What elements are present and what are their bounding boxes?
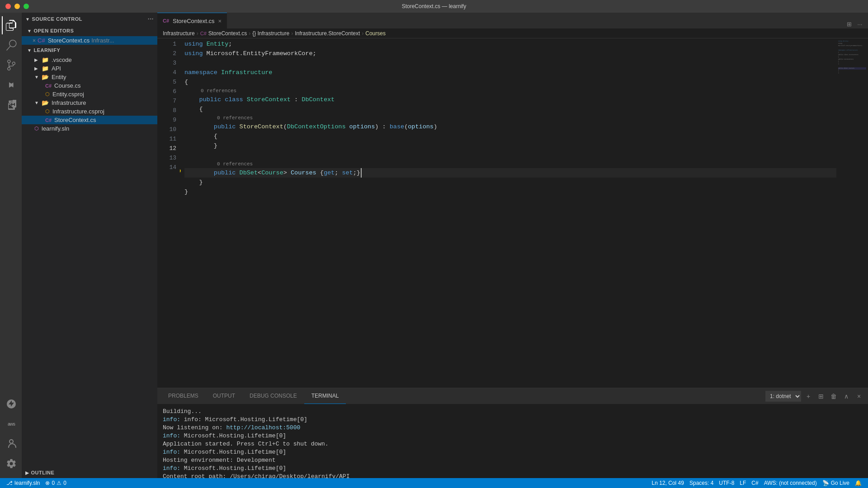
- warning-count: 0: [63, 480, 66, 486]
- breadcrumb-infrastructure[interactable]: Infrastructure: [163, 30, 195, 37]
- entity-label: Entity: [52, 74, 66, 80]
- terminal-content[interactable]: Building... info: info: Microsoft.Hostin…: [157, 404, 868, 478]
- remote-label: AWS: (not connected): [764, 480, 817, 486]
- window-controls[interactable]: [5, 4, 29, 9]
- remote-icon[interactable]: [2, 395, 20, 413]
- storecontext-cs-label: StoreContext.cs: [54, 117, 96, 123]
- tab-storecontext[interactable]: C# StoreContext.cs ×: [157, 13, 227, 28]
- entity-folder-icon: 📂: [42, 74, 49, 80]
- learnify-sln-item[interactable]: ⬡ learnify.sln: [22, 124, 157, 133]
- learnify-arrow: ▼: [27, 48, 32, 53]
- file-close-icon[interactable]: ×: [33, 38, 36, 44]
- outline-header[interactable]: ▶ OUTLINE: [22, 467, 157, 478]
- open-editors-arrow: ▼: [27, 28, 32, 33]
- sidebar: ▼ SOURCE CONTROL ··· ▼ OPEN EDITORS × C#…: [22, 13, 157, 478]
- open-file-item[interactable]: × C# StoreContext.cs Infrastr...: [22, 36, 157, 45]
- code-line-4: namespace Infrastructure: [184, 68, 836, 77]
- cursor-position: Ln 12, Col 49: [652, 480, 684, 486]
- source-control-icon[interactable]: [2, 56, 20, 74]
- code-refs-8: 0 references: [184, 114, 836, 122]
- minimize-button[interactable]: [14, 4, 20, 9]
- encoding-status[interactable]: UTF-8: [716, 480, 737, 486]
- golive-icon: 📡: [822, 480, 829, 486]
- learnify-label: LEARNIFY: [33, 47, 60, 53]
- outline-label: OUTLINE: [31, 470, 55, 475]
- entity-csproj-item[interactable]: ⬡ Entity.csproj: [22, 90, 157, 99]
- vscode-folder-item[interactable]: ▶ 📁 .vscode: [22, 56, 157, 64]
- lightbulb-icon[interactable]: 💡: [180, 168, 182, 178]
- close-panel-button[interactable]: ×: [854, 391, 864, 402]
- line-num-7: 7: [157, 96, 176, 106]
- spaces-status[interactable]: Spaces: 4: [687, 480, 716, 486]
- entity-arrow: ▼: [34, 75, 42, 80]
- open-editors-header[interactable]: ▼ OPEN EDITORS: [22, 25, 157, 36]
- golive-label: Go Live: [831, 480, 849, 486]
- code-line-3: [184, 58, 836, 68]
- code-line-5: {: [184, 77, 836, 87]
- line-ending-status[interactable]: LF: [737, 480, 749, 486]
- golive-status[interactable]: 📡 Go Live: [820, 480, 852, 486]
- code-line-12: 💡 public DbSet<Course> Courses {get; set…: [184, 168, 836, 178]
- errors-status[interactable]: ⊗ 0 ⚠ 0: [42, 480, 69, 486]
- line-numbers: 1 2 3 4 5 6 7 8 9 10 11 12 13 14: [157, 38, 180, 388]
- maximize-panel-button[interactable]: ∧: [841, 391, 852, 402]
- source-control-header[interactable]: ▼ SOURCE CONTROL ···: [22, 13, 157, 25]
- learnify-header[interactable]: ▼ LEARNIFY: [22, 45, 157, 56]
- terminal-selector[interactable]: 1: dotnet: [765, 391, 801, 402]
- run-icon[interactable]: [2, 76, 20, 94]
- code-content[interactable]: using Entity; using Microsoft.EntityFram…: [180, 38, 836, 388]
- sidebar-menu-button[interactable]: ···: [148, 15, 154, 23]
- breadcrumb-file[interactable]: StoreContext.cs: [208, 30, 247, 37]
- remote-status[interactable]: AWS: (not connected): [761, 480, 820, 486]
- breadcrumb-namespace[interactable]: {} Infrastructure: [252, 30, 289, 37]
- tab-bar: C# StoreContext.cs × ⊞ ···: [157, 13, 868, 28]
- breadcrumb-method[interactable]: Courses: [365, 30, 386, 37]
- language-status[interactable]: C#: [749, 480, 761, 486]
- titlebar: StoreContext.cs — learnify: [0, 0, 868, 13]
- add-terminal-button[interactable]: +: [803, 391, 814, 402]
- terminal-tab[interactable]: TERMINAL: [304, 388, 346, 404]
- kill-terminal-button[interactable]: 🗑: [828, 391, 839, 402]
- branch-status[interactable]: ⎇ learnify.sln: [4, 480, 42, 486]
- explorer-icon[interactable]: [2, 16, 20, 34]
- panel-controls: 1: dotnet + ⊞ 🗑 ∧ ×: [765, 391, 864, 402]
- terminal-tab-label: TERMINAL: [311, 393, 339, 399]
- problems-tab[interactable]: PROBLEMS: [161, 388, 206, 404]
- split-editor-button[interactable]: ⊞: [844, 19, 854, 28]
- line-num-6: 6: [157, 87, 176, 96]
- entity-folder-item[interactable]: ▼ 📂 Entity: [22, 73, 157, 81]
- account-icon[interactable]: [2, 435, 20, 453]
- infrastructure-csproj-label: Infrastructure.csproj: [52, 108, 104, 115]
- line-num-14: 14: [157, 163, 176, 172]
- breadcrumb-class[interactable]: Infrastructure.StoreContext: [295, 30, 360, 37]
- search-icon[interactable]: [2, 36, 20, 54]
- debug-console-tab[interactable]: DEBUG CONSOLE: [242, 388, 304, 404]
- breadcrumb-sep-3: ›: [291, 30, 293, 37]
- settings-icon[interactable]: [2, 455, 20, 473]
- api-folder-item[interactable]: ▶ 📁 API: [22, 64, 157, 73]
- more-actions-button[interactable]: ···: [855, 19, 864, 28]
- error-count: 0: [52, 480, 55, 486]
- aws-icon[interactable]: aws: [2, 415, 20, 433]
- debug-console-tab-label: DEBUG CONSOLE: [250, 393, 297, 399]
- course-cs-item[interactable]: C# Course.cs: [22, 81, 157, 90]
- vscode-folder-icon: 📁: [42, 56, 49, 63]
- line-num-3: 3: [157, 58, 176, 68]
- open-file-name: StoreContext.cs: [48, 37, 90, 44]
- api-label: API: [52, 65, 61, 72]
- line-num-11: 11: [157, 134, 176, 144]
- output-tab[interactable]: OUTPUT: [206, 388, 242, 404]
- infrastructure-folder-item[interactable]: ▼ 📂 Infrastructure: [22, 99, 157, 107]
- tab-close-button[interactable]: ×: [218, 18, 222, 24]
- extensions-icon[interactable]: [2, 96, 20, 114]
- split-terminal-button[interactable]: ⊞: [816, 391, 826, 402]
- position-status[interactable]: Ln 12, Col 49: [649, 480, 687, 486]
- storecontext-cs-item[interactable]: C# StoreContext.cs: [22, 116, 157, 124]
- notifications-status[interactable]: 🔔: [852, 480, 864, 486]
- terminal-line-8: info: Microsoft.Hosting.Lifetime[0]: [163, 465, 863, 473]
- infrastructure-csproj-item[interactable]: ⬡ Infrastructure.csproj: [22, 107, 157, 116]
- close-button[interactable]: [5, 4, 11, 9]
- maximize-button[interactable]: [24, 4, 29, 9]
- code-line-6: public class StoreContext : DbContext: [184, 95, 836, 104]
- storecontext-cs-icon: C#: [45, 117, 52, 123]
